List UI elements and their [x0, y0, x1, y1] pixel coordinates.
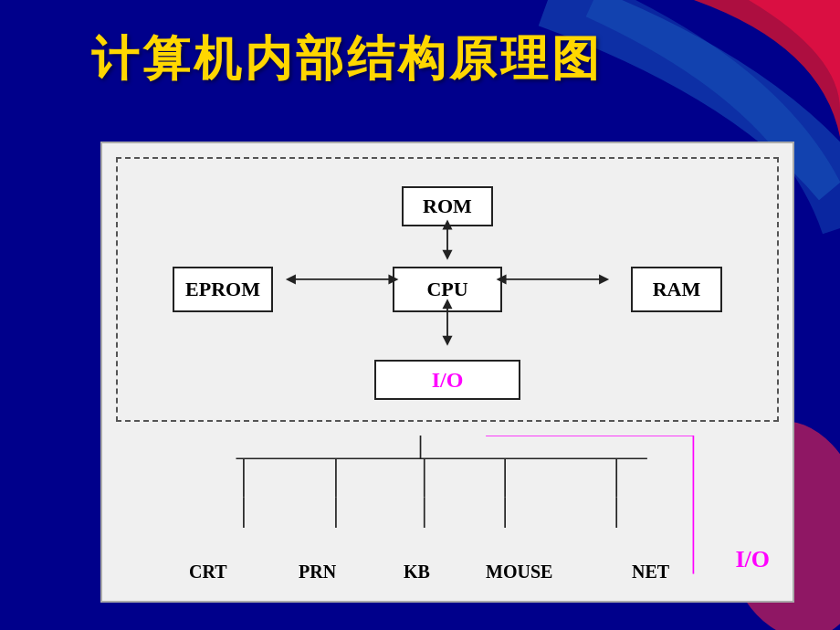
device-mouse: MOUSE	[486, 562, 552, 583]
svg-marker-11	[442, 336, 452, 346]
eprom-box: EPROM	[173, 267, 273, 312]
page-title: 计算机内部结构原理图	[91, 27, 840, 91]
svg-marker-8	[599, 274, 609, 284]
bottom-section: I/O CRT PRN KB MOUSE NET	[102, 436, 793, 601]
device-net: NET	[632, 562, 669, 583]
svg-marker-6	[286, 274, 296, 284]
title-area: 计算机内部结构原理图	[91, 27, 840, 91]
device-kb: KB	[404, 562, 430, 583]
cpu-box: CPU	[393, 267, 502, 312]
ram-box: RAM	[631, 267, 722, 312]
io-inner-box: I/O	[374, 360, 520, 400]
rom-box: ROM	[402, 186, 493, 226]
device-crt: CRT	[189, 562, 227, 583]
diagram-container: ROM EPROM CPU RAM I/O	[100, 142, 794, 603]
device-prn: PRN	[299, 562, 336, 583]
dashed-inner-box: ROM EPROM CPU RAM I/O	[116, 157, 779, 422]
svg-marker-2	[442, 250, 452, 260]
io-outer-label: I/O	[735, 546, 770, 573]
